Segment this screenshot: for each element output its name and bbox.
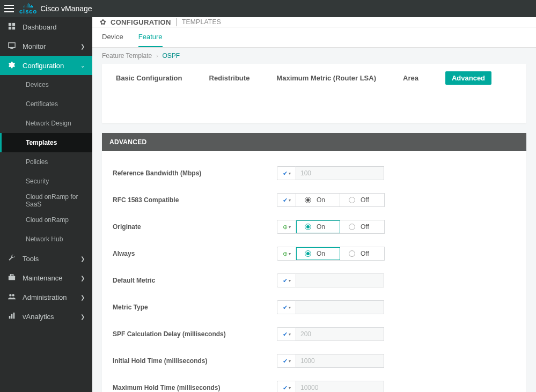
- caret-down-icon: ▾: [289, 359, 291, 364]
- check-icon: ✔: [283, 331, 288, 338]
- toggle-on[interactable]: On: [296, 247, 340, 260]
- tab-feature[interactable]: Feature: [138, 27, 163, 47]
- scope-selector[interactable]: ✔▾: [277, 354, 296, 368]
- rfc1583-toggle: On Off: [296, 193, 385, 207]
- svg-point-8: [9, 294, 11, 296]
- sidebar-sub-network-design[interactable]: Network Design: [0, 114, 92, 133]
- row-always: Always ⊕▾ On Off: [106, 240, 522, 267]
- radio-icon: [349, 250, 355, 257]
- caret-down-icon: ▾: [289, 332, 291, 337]
- svg-rect-7: [10, 274, 13, 276]
- cisco-logo-icon: cisco: [19, 3, 37, 14]
- product-title: Cisco vManage: [40, 4, 92, 13]
- max-hold-input[interactable]: [296, 381, 384, 392]
- svg-rect-11: [11, 314, 13, 319]
- caret-down-icon: ▾: [289, 225, 291, 230]
- section-tab-maxmetric[interactable]: Maximum Metric (Router LSA): [276, 74, 376, 82]
- chevron-right-icon: ❯: [80, 43, 85, 49]
- scope-selector[interactable]: ✔▾: [277, 327, 296, 341]
- gear-icon: ✿: [100, 18, 106, 26]
- caret-down-icon: ▾: [289, 171, 291, 176]
- metric-type-select[interactable]: [296, 300, 384, 314]
- sidebar-item-vanalytics[interactable]: vAnalytics ❯: [0, 307, 92, 326]
- wrench-icon: [8, 254, 16, 263]
- always-toggle: On Off: [296, 247, 385, 261]
- scope-selector[interactable]: ⊕▾: [277, 220, 296, 234]
- row-rfc1583: RFC 1583 Compatible ✔▾ On Off: [106, 187, 522, 213]
- caret-down-icon: ▾: [289, 386, 291, 390]
- row-originate: Originate ⊕▾ On Off: [106, 213, 522, 240]
- breadcrumb-parent[interactable]: Feature Template: [102, 52, 152, 60]
- field-label: Default Metric: [111, 277, 277, 284]
- reference-bandwidth-input[interactable]: [296, 166, 384, 180]
- radio-icon: [305, 197, 311, 203]
- spf-delay-input[interactable]: [296, 327, 384, 341]
- section-tab-advanced[interactable]: Advanced: [445, 71, 491, 85]
- sidebar-item-dashboard[interactable]: Dashboard: [0, 17, 92, 36]
- section-tab-redistribute[interactable]: Redistribute: [209, 74, 250, 82]
- scope-selector[interactable]: ✔▾: [277, 193, 296, 207]
- default-metric-input[interactable]: [296, 273, 384, 287]
- briefcase-icon: [8, 273, 16, 283]
- initial-hold-input[interactable]: [296, 354, 384, 368]
- originate-toggle: On Off: [296, 220, 385, 234]
- toggle-off[interactable]: Off: [340, 194, 384, 206]
- sidebar-sub-devices[interactable]: Devices: [0, 75, 92, 94]
- menu-toggle-icon[interactable]: [4, 5, 14, 12]
- scope-selector[interactable]: ✔▾: [277, 166, 296, 180]
- check-icon: ✔: [283, 170, 288, 177]
- field-label: Metric Type: [111, 304, 277, 311]
- scope-selector[interactable]: ✔▾: [277, 273, 296, 287]
- sidebar-item-monitor[interactable]: Monitor ❯: [0, 36, 92, 56]
- row-max-hold: Maximum Hold Time (milliseconds) ✔▾: [106, 374, 522, 392]
- sidebar-sub-policies[interactable]: Policies: [0, 152, 92, 172]
- sidebar-item-label: Monitor: [23, 42, 74, 50]
- check-icon: ✔: [283, 304, 288, 311]
- sidebar-sub-security[interactable]: Security: [0, 172, 92, 191]
- scope-selector[interactable]: ✔▾: [277, 300, 296, 314]
- sidebar-item-label: Dashboard: [23, 23, 85, 31]
- field-label: Maximum Hold Time (milliseconds): [111, 384, 277, 391]
- tab-device[interactable]: Device: [102, 27, 123, 47]
- page-title: CONFIGURATION: [111, 18, 171, 26]
- toggle-on[interactable]: On: [296, 194, 340, 206]
- chevron-right-icon: ❯: [80, 256, 85, 262]
- field-label: Reference Bandwidth (Mbps): [111, 169, 277, 177]
- breadcrumb: Feature Template › OSPF: [92, 48, 536, 64]
- monitor-icon: [8, 42, 16, 51]
- check-icon: ✔: [283, 197, 288, 204]
- advanced-panel: ADVANCED Reference Bandwidth (Mbps) ✔▾ R…: [102, 133, 526, 392]
- svg-rect-6: [9, 276, 15, 280]
- sidebar: Dashboard Monitor ❯ Configuration ⌄ Devi…: [0, 17, 92, 392]
- section-tab-basic[interactable]: Basic Configuration: [116, 74, 182, 82]
- sidebar-sub-templates[interactable]: Templates: [0, 133, 92, 152]
- radio-icon: [349, 224, 355, 230]
- svg-rect-1: [12, 23, 15, 25]
- row-spf-delay: SPF Calculation Delay (milliseconds) ✔▾: [106, 321, 522, 347]
- sidebar-item-maintenance[interactable]: Maintenance ❯: [0, 268, 92, 287]
- sidebar-sub-certificates[interactable]: Certificates: [0, 94, 92, 114]
- sidebar-sub-network-hub[interactable]: Network Hub: [0, 230, 92, 249]
- content-area: ✿ CONFIGURATION | TEMPLATES Device Featu…: [92, 17, 536, 392]
- chevron-right-icon: ❯: [80, 275, 85, 281]
- svg-rect-12: [13, 312, 15, 318]
- scope-selector[interactable]: ✔▾: [277, 381, 296, 392]
- toggle-on[interactable]: On: [296, 220, 340, 233]
- toggle-off[interactable]: Off: [340, 220, 384, 233]
- sidebar-item-administration[interactable]: Administration ❯: [0, 287, 92, 307]
- sidebar-item-tools[interactable]: Tools ❯: [0, 249, 92, 268]
- sidebar-sub-cloud-onramp-saas[interactable]: Cloud onRamp for SaaS: [0, 191, 92, 210]
- section-tabs: Basic Configuration Redistribute Maximum…: [102, 64, 526, 92]
- sidebar-item-configuration[interactable]: Configuration ⌄: [0, 56, 92, 75]
- field-label: Always: [111, 250, 277, 257]
- field-label: Originate: [111, 223, 277, 231]
- analytics-icon: [8, 312, 16, 321]
- section-tab-area[interactable]: Area: [403, 74, 418, 82]
- globe-icon: ⊕: [283, 224, 288, 231]
- sidebar-sub-cloud-onramp[interactable]: Cloud onRamp: [0, 210, 92, 230]
- section-heading: ADVANCED: [102, 133, 526, 151]
- dashboard-icon: [8, 23, 16, 32]
- scope-selector[interactable]: ⊕▾: [277, 247, 296, 261]
- sidebar-item-label: Administration: [23, 293, 74, 301]
- toggle-off[interactable]: Off: [340, 247, 384, 260]
